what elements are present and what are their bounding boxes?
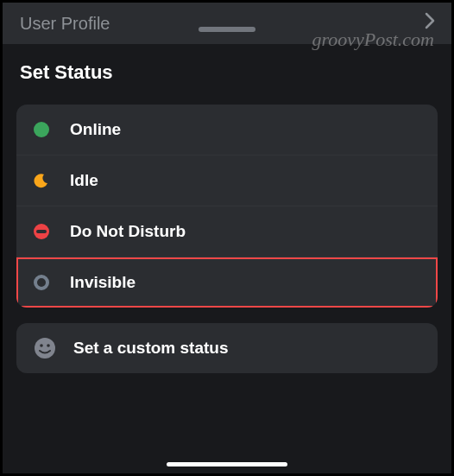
set-custom-status-button[interactable]: Set a custom status xyxy=(16,323,438,373)
sheet-drag-handle[interactable] xyxy=(199,27,255,32)
user-profile-header[interactable]: User Profile xyxy=(3,3,451,44)
emoji-icon xyxy=(34,337,56,359)
svg-point-2 xyxy=(47,344,50,347)
status-option-online[interactable]: Online xyxy=(16,105,438,155)
status-list: Online Idle Do Not Disturb Invisible xyxy=(16,105,438,308)
home-indicator[interactable] xyxy=(167,462,287,466)
status-label: Idle xyxy=(70,171,98,190)
status-label: Online xyxy=(70,120,121,139)
status-option-dnd[interactable]: Do Not Disturb xyxy=(16,206,438,257)
header-back-label: User Profile xyxy=(20,14,110,34)
idle-icon xyxy=(34,173,49,188)
status-option-invisible[interactable]: Invisible xyxy=(16,257,438,308)
svg-point-1 xyxy=(40,344,43,347)
status-option-idle[interactable]: Idle xyxy=(16,155,438,206)
online-icon xyxy=(34,122,49,137)
status-label: Do Not Disturb xyxy=(70,222,186,241)
chevron-right-icon xyxy=(424,12,436,35)
status-label: Invisible xyxy=(70,273,136,292)
svg-point-0 xyxy=(35,338,55,359)
dnd-icon xyxy=(34,224,49,239)
section-title: Set Status xyxy=(3,44,451,105)
invisible-icon xyxy=(34,275,49,290)
custom-status-label: Set a custom status xyxy=(73,339,229,358)
